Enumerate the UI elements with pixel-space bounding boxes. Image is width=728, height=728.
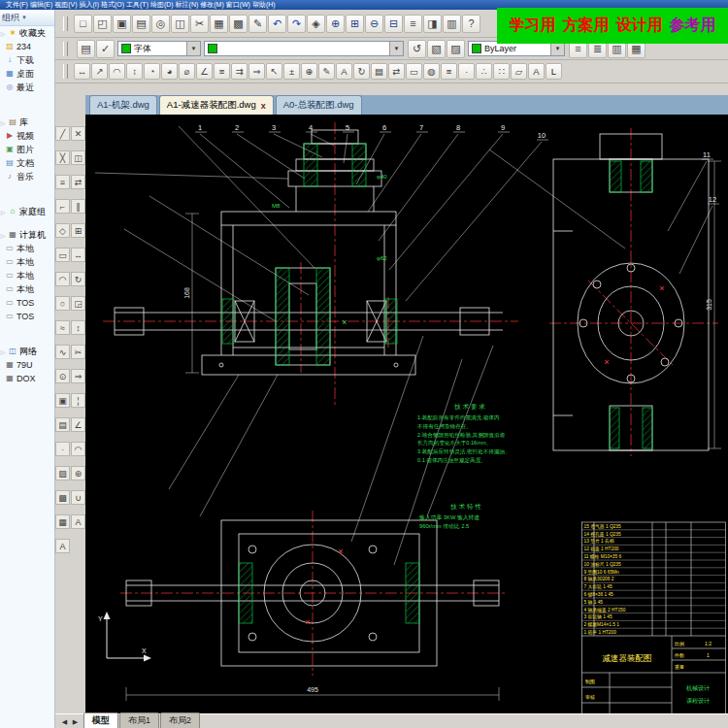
rectangle-icon[interactable]: ▭ xyxy=(55,248,70,262)
explorer-group-network[interactable]: ▷◫网络 xyxy=(0,345,54,358)
dim-style-icon[interactable]: ▤ xyxy=(371,63,387,80)
polyline-icon[interactable]: ⌐ xyxy=(55,199,70,214)
make-block-icon[interactable]: ▤ xyxy=(55,417,70,432)
explorer-item-disk-2[interactable]: ▭本地 xyxy=(0,255,54,269)
rotate-icon[interactable]: ↻ xyxy=(71,272,85,286)
tab-nav-prev-icon[interactable]: ◀ xyxy=(59,718,70,728)
point-icon[interactable]: ∙ xyxy=(55,442,70,456)
doc-tab-2[interactable]: A0-总装配图.dwg xyxy=(276,95,362,115)
pan-icon[interactable]: ◈ xyxy=(307,15,325,33)
organize-menu[interactable]: 组织 ▼ xyxy=(0,10,54,26)
mass-properties-icon[interactable]: ◍ xyxy=(423,63,440,80)
explorer-item-disk-3[interactable]: ▭本地 xyxy=(0,269,54,282)
explorer-item-pc-79u[interactable]: ▦79U xyxy=(0,358,54,372)
measure-icon[interactable]: ∷ xyxy=(493,63,510,80)
offset-icon[interactable]: ∥ xyxy=(71,199,85,214)
save-icon[interactable]: ▣ xyxy=(113,15,131,33)
publish-icon[interactable]: ◫ xyxy=(171,15,189,33)
close-tab-icon[interactable]: x xyxy=(261,101,266,111)
explorer-item-music[interactable]: ♪音乐 xyxy=(0,170,54,183)
layer-combo[interactable]: ▼ xyxy=(204,41,404,56)
chevron-down-icon[interactable]: ▼ xyxy=(550,42,564,55)
insert-block-icon[interactable]: ▣ xyxy=(55,393,70,408)
explorer-group-computer[interactable]: ▷▦计算机 xyxy=(0,228,54,242)
explorer-item-tos-1[interactable]: ▭TOS xyxy=(0,296,54,310)
mirror-icon[interactable]: ⇄ xyxy=(71,175,85,189)
explorer-item-tos-2[interactable]: ▭TOS xyxy=(0,310,54,323)
dim-radius-icon[interactable]: ◔ xyxy=(144,63,160,80)
layer-previous-icon[interactable]: ↺ xyxy=(408,40,426,58)
zoom-out-icon[interactable]: ⊖ xyxy=(365,15,383,33)
region-icon[interactable]: ▦ xyxy=(55,514,70,529)
multiline-icon[interactable]: ≡ xyxy=(55,175,70,189)
text-style-icon[interactable]: A xyxy=(528,63,545,80)
text-tool-icon[interactable]: A xyxy=(71,514,85,529)
layer-properties-icon[interactable]: ▤ xyxy=(77,40,95,58)
dim-aligned-icon[interactable]: ↗ xyxy=(91,63,108,80)
join-icon[interactable]: ∪ xyxy=(71,490,85,505)
tool-palettes-icon[interactable]: ▥ xyxy=(443,15,461,33)
design-center-icon[interactable]: ◨ xyxy=(423,15,442,33)
mtext-icon[interactable]: A xyxy=(55,539,70,553)
arc-icon[interactable]: ◠ xyxy=(55,272,70,286)
explorer-group-favorites[interactable]: ▷★收藏夹 xyxy=(0,26,54,40)
explorer-group-libraries[interactable]: ▷▤库 xyxy=(0,116,54,129)
quick-leader-icon[interactable]: ↖ xyxy=(266,63,282,80)
chevron-down-icon[interactable]: ▼ xyxy=(186,42,200,55)
extend-icon[interactable]: ⇒ xyxy=(71,369,85,383)
region-tool-icon[interactable]: ▱ xyxy=(511,63,527,80)
layout-tab-1[interactable]: 布局1 xyxy=(119,712,159,728)
dim-baseline-icon[interactable]: ⇉ xyxy=(231,63,248,80)
dim-ordinate-icon[interactable]: ↕ xyxy=(126,63,143,80)
array-icon[interactable]: ⊞ xyxy=(71,223,85,238)
dim-text-edit-icon[interactable]: A xyxy=(336,63,352,80)
line-icon[interactable]: ╱ xyxy=(55,126,70,141)
explorer-item-pc-dox[interactable]: ▦DOX xyxy=(0,372,54,385)
dim-continue-icon[interactable]: ⇒ xyxy=(248,63,265,80)
explorer-item-recent[interactable]: ◎最近 xyxy=(0,81,54,94)
expand-arrow-icon[interactable]: ▷ xyxy=(0,348,6,355)
explorer-item-pictures[interactable]: ▣图片 xyxy=(0,143,54,156)
erase-icon[interactable]: ✕ xyxy=(71,126,85,141)
open-icon[interactable]: ◰ xyxy=(93,15,112,33)
explorer-item-downloads[interactable]: ↓下载 xyxy=(0,53,54,67)
ellipse-icon[interactable]: ⊙ xyxy=(55,369,70,383)
plot-preview-icon[interactable]: ◎ xyxy=(151,15,170,33)
explorer-item-videos[interactable]: ▶视频 xyxy=(0,129,54,143)
chamfer-icon[interactable]: ∠ xyxy=(71,417,85,432)
list-icon[interactable]: ≡ xyxy=(441,63,457,80)
paste-icon[interactable]: ▩ xyxy=(229,15,248,33)
drawing-canvas[interactable]: 495 315 168 φ40 φ62 M8 减速器装配图 比例 1:2 件数 … xyxy=(85,115,728,713)
explorer-item-desktop[interactable]: ▦桌面 xyxy=(0,67,54,81)
explorer-item-folder-234[interactable]: ▨234 xyxy=(0,40,54,53)
properties-icon[interactable]: ≡ xyxy=(404,15,422,33)
zoom-previous-icon[interactable]: ⊟ xyxy=(384,15,403,33)
layer-isolate-icon[interactable]: ▨ xyxy=(447,40,465,58)
layer-states-icon[interactable]: ✓ xyxy=(96,40,115,58)
explorer-group-homegroup[interactable]: ▷⌂家庭组 xyxy=(0,205,54,218)
zoom-window-icon[interactable]: ⊞ xyxy=(346,15,364,33)
explorer-item-disk-4[interactable]: ▭本地 xyxy=(0,282,54,296)
quick-dim-icon[interactable]: ≡ xyxy=(214,63,230,80)
trim-icon[interactable]: ✂ xyxy=(71,345,85,359)
area-icon[interactable]: ▭ xyxy=(406,63,422,80)
construction-line-icon[interactable]: ╳ xyxy=(55,150,70,165)
gradient-icon[interactable]: ▩ xyxy=(55,490,70,505)
zoom-realtime-icon[interactable]: ⊕ xyxy=(326,15,345,33)
circle-icon[interactable]: ○ xyxy=(55,296,70,311)
scale-icon[interactable]: ◲ xyxy=(71,296,85,311)
locate-point-icon[interactable]: ∙ xyxy=(458,63,475,80)
tab-nav-next-icon[interactable]: ▶ xyxy=(70,718,81,728)
spline-icon[interactable]: ∿ xyxy=(55,345,70,359)
layout-tab-0[interactable]: 模型 xyxy=(83,712,118,728)
make-object-layer-icon[interactable]: ▧ xyxy=(427,40,446,58)
match-properties-icon[interactable]: ✎ xyxy=(248,15,267,33)
polygon-icon[interactable]: ◇ xyxy=(55,223,70,238)
dim-jogged-icon[interactable]: ◕ xyxy=(161,63,178,80)
explorer-item-documents[interactable]: ▤文档 xyxy=(0,156,54,170)
explode-icon[interactable]: ⊛ xyxy=(71,466,85,480)
help-icon[interactable]: ? xyxy=(462,15,480,33)
dim-arc-length-icon[interactable]: ◠ xyxy=(109,63,125,80)
dim-update-icon[interactable]: ↻ xyxy=(353,63,370,80)
redo-icon[interactable]: ↷ xyxy=(287,15,306,33)
